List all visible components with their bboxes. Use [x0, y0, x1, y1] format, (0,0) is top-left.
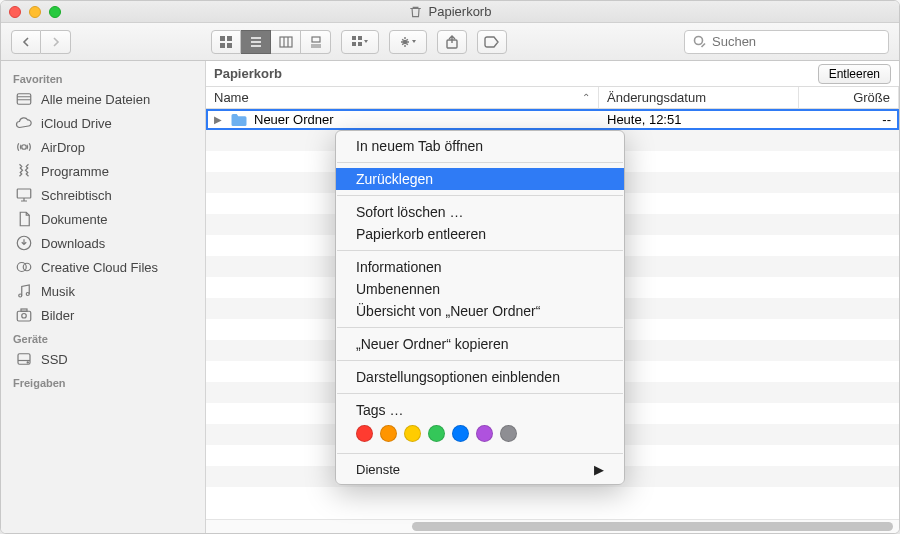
sidebar-item-creative-cloud[interactable]: Creative Cloud Files — [1, 255, 205, 279]
sidebar-item-desktop[interactable]: Schreibtisch — [1, 183, 205, 207]
disclosure-triangle-icon[interactable]: ▶ — [214, 114, 224, 125]
tag-color-dot[interactable] — [500, 425, 517, 442]
tag-color-dot[interactable] — [452, 425, 469, 442]
menu-view-options[interactable]: Darstellungsoptionen einblenden — [336, 366, 624, 388]
sidebar-item-airdrop[interactable]: AirDrop — [1, 135, 205, 159]
icon-view-button[interactable] — [211, 30, 241, 54]
sidebar-item-downloads[interactable]: Downloads — [1, 231, 205, 255]
location-label: Papierkorb — [214, 66, 282, 81]
svg-rect-10 — [312, 37, 320, 42]
file-row[interactable]: ▶ Neuer Ordner Heute, 12:51 -- — [206, 109, 899, 130]
header-name-label: Name — [214, 90, 249, 105]
svg-point-38 — [27, 362, 28, 363]
trash-icon — [409, 5, 423, 19]
svg-rect-0 — [220, 36, 225, 41]
svg-rect-14 — [358, 36, 362, 40]
sidebar-item-pictures[interactable]: Bilder — [1, 303, 205, 327]
titlebar: Papierkorb — [1, 1, 899, 23]
share-button[interactable] — [437, 30, 467, 54]
header-size[interactable]: Größe — [799, 87, 899, 108]
sidebar-section-favorites: Favoriten — [1, 67, 205, 87]
menu-rename[interactable]: Umbenennen — [336, 278, 624, 300]
header-name[interactable]: Name ⌃ — [206, 87, 599, 108]
cloud-icon — [15, 114, 33, 132]
menu-delete-immediately[interactable]: Sofort löschen … — [336, 201, 624, 223]
menu-quick-look[interactable]: Übersicht von „Neuer Ordner“ — [336, 300, 624, 322]
zoom-window-button[interactable] — [49, 6, 61, 18]
header-date[interactable]: Änderungsdatum — [599, 87, 799, 108]
sidebar-item-music[interactable]: Musik — [1, 279, 205, 303]
menu-empty-trash[interactable]: Papierkorb entleeren — [336, 223, 624, 245]
svg-rect-25 — [17, 189, 31, 198]
sidebar-label: Bilder — [41, 308, 74, 323]
sidebar-section-shared: Freigaben — [1, 371, 205, 391]
sidebar-item-applications[interactable]: Programme — [1, 159, 205, 183]
desktop-icon — [15, 186, 33, 204]
header-date-label: Änderungsdatum — [607, 90, 706, 105]
tag-color-dot[interactable] — [404, 425, 421, 442]
header-size-label: Größe — [853, 90, 890, 105]
svg-rect-33 — [17, 311, 31, 321]
forward-button[interactable] — [41, 30, 71, 54]
sidebar-label: iCloud Drive — [41, 116, 112, 131]
menu-separator — [337, 393, 623, 394]
svg-point-32 — [26, 293, 29, 296]
menu-tag-colors — [336, 421, 624, 448]
column-view-button[interactable] — [271, 30, 301, 54]
svg-point-31 — [19, 294, 22, 297]
pictures-icon — [15, 306, 33, 324]
menu-tags-label: Tags … — [336, 399, 624, 421]
tag-color-dot[interactable] — [380, 425, 397, 442]
toolbar — [1, 23, 899, 61]
sidebar-item-ssd[interactable]: SSD — [1, 347, 205, 371]
coverflow-view-button[interactable] — [301, 30, 331, 54]
sort-ascending-icon: ⌃ — [582, 92, 590, 103]
window-title: Papierkorb — [409, 4, 492, 19]
sidebar-item-documents[interactable]: Dokumente — [1, 207, 205, 231]
svg-rect-3 — [227, 43, 232, 48]
menu-services[interactable]: Dienste ▶ — [336, 459, 624, 480]
close-window-button[interactable] — [9, 6, 21, 18]
window-title-text: Papierkorb — [429, 4, 492, 19]
svg-point-19 — [695, 37, 703, 45]
svg-rect-21 — [17, 94, 31, 105]
menu-separator — [337, 162, 623, 163]
sidebar-section-devices: Geräte — [1, 327, 205, 347]
svg-rect-13 — [352, 36, 356, 40]
action-button[interactable] — [389, 30, 427, 54]
documents-icon — [15, 210, 33, 228]
tags-button[interactable] — [477, 30, 507, 54]
svg-rect-1 — [227, 36, 232, 41]
svg-point-24 — [22, 145, 27, 150]
list-view-button[interactable] — [241, 30, 271, 54]
music-icon — [15, 282, 33, 300]
folder-icon — [230, 113, 248, 127]
tag-color-dot[interactable] — [476, 425, 493, 442]
sidebar-label: SSD — [41, 352, 68, 367]
creative-cloud-icon — [15, 258, 33, 276]
sidebar-label: Dokumente — [41, 212, 107, 227]
menu-copy[interactable]: „Neuer Ordner“ kopieren — [336, 333, 624, 355]
empty-trash-button[interactable]: Entleeren — [818, 64, 891, 84]
search-field[interactable] — [684, 30, 889, 54]
arrange-button[interactable] — [341, 30, 379, 54]
tag-color-dot[interactable] — [356, 425, 373, 442]
applications-icon — [15, 162, 33, 180]
sidebar: Favoriten Alle meine Dateien iCloud Driv… — [1, 61, 206, 533]
tag-color-dot[interactable] — [428, 425, 445, 442]
scrollbar-thumb[interactable] — [412, 522, 893, 531]
sidebar-item-icloud-drive[interactable]: iCloud Drive — [1, 111, 205, 135]
back-button[interactable] — [11, 30, 41, 54]
sidebar-label: Creative Cloud Files — [41, 260, 158, 275]
menu-separator — [337, 250, 623, 251]
menu-services-label: Dienste — [356, 462, 400, 477]
menu-open-new-tab[interactable]: In neuem Tab öffnen — [336, 135, 624, 157]
search-input[interactable] — [712, 34, 880, 49]
menu-get-info[interactable]: Informationen — [336, 256, 624, 278]
horizontal-scrollbar[interactable] — [206, 519, 899, 533]
menu-put-back[interactable]: Zurücklegen — [336, 168, 624, 190]
column-headers: Name ⌃ Änderungsdatum Größe — [206, 87, 899, 109]
minimize-window-button[interactable] — [29, 6, 41, 18]
view-switcher — [211, 30, 331, 54]
sidebar-item-all-my-files[interactable]: Alle meine Dateien — [1, 87, 205, 111]
